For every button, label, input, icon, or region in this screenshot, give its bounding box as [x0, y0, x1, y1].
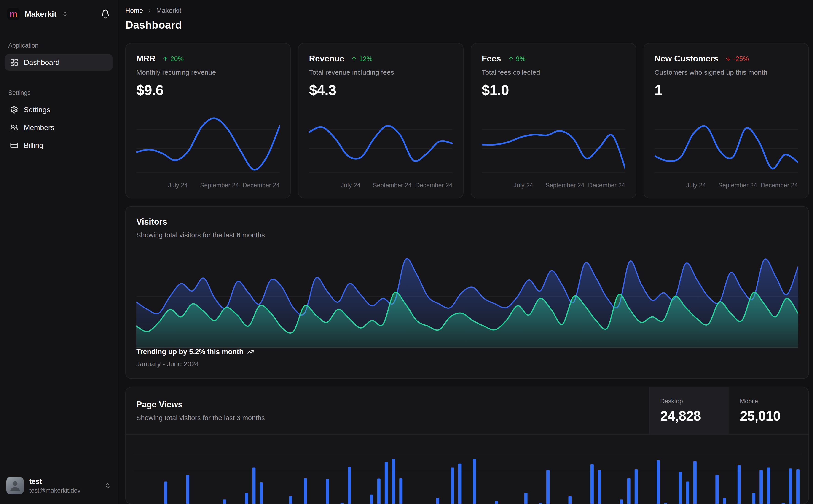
layout-dashboard-icon	[10, 58, 18, 66]
notifications-button[interactable]	[101, 9, 110, 19]
x-tick: September 24	[545, 182, 584, 189]
trend-badge: -25%	[725, 55, 749, 63]
arrow-up-icon	[162, 56, 168, 62]
page-title: Dashboard	[125, 19, 809, 31]
metric-value: $1.0	[482, 82, 625, 98]
bell-icon	[101, 9, 110, 19]
mobile-toggle[interactable]: Mobile 25,010	[729, 387, 808, 434]
sidebar-item-dashboard[interactable]: Dashboard	[5, 54, 112, 71]
x-tick: July 24	[514, 182, 533, 189]
x-tick: September 24	[718, 182, 757, 189]
metric-subtitle: Total revenue including fees	[309, 69, 452, 76]
visitors-footer: Trending up by 5.2% this month January -…	[136, 348, 798, 368]
page-views-card: Page Views Showing total visitors for th…	[125, 387, 809, 504]
visitors-area-chart	[136, 249, 798, 348]
desktop-toggle[interactable]: Desktop 24,828	[649, 387, 729, 434]
sparkline-x-axis: July 24 September 24 December 24	[136, 182, 280, 191]
metric-card-revenue: Revenue 12% Total revenue including fees…	[298, 43, 463, 198]
logo-letter: m	[9, 9, 18, 19]
sparkline-x-axis: July 24 September 24 December 24	[482, 182, 625, 191]
users-icon	[10, 123, 18, 132]
arrow-up-icon	[508, 56, 514, 62]
sidebar: m Makerkit Application Dashboard Setting…	[0, 0, 118, 504]
chevrons-up-down-icon	[62, 11, 68, 17]
trending-up-icon	[247, 348, 254, 355]
page-views-subtitle: Showing total visitors for the last 3 mo…	[136, 414, 639, 422]
x-tick: December 24	[415, 182, 452, 189]
metric-title: Fees	[482, 54, 501, 64]
nav-section-application: Application	[8, 42, 112, 49]
x-tick: July 24	[168, 182, 188, 189]
metric-subtitle: Monthly recurring revenue	[136, 69, 280, 76]
page-views-header: Page Views Showing total visitors for th…	[126, 387, 808, 435]
main-content: Home Makerkit Dashboard MRR 20% Monthly …	[118, 0, 813, 504]
breadcrumb-current: Makerkit	[156, 7, 181, 14]
metric-title: MRR	[136, 54, 155, 64]
sparkline-x-axis: July 24 September 24 December 24	[309, 182, 452, 191]
visitors-subtitle: Showing total visitors for the last 6 mo…	[136, 231, 798, 239]
sidebar-item-settings[interactable]: Settings	[5, 101, 112, 118]
sidebar-item-label: Settings	[24, 106, 50, 114]
desktop-label: Desktop	[660, 398, 718, 405]
metric-subtitle: Customers who signed up this month	[655, 69, 798, 76]
x-tick: December 24	[243, 182, 280, 189]
trend-badge: 12%	[351, 55, 372, 63]
desktop-value: 24,828	[660, 408, 718, 424]
x-tick: December 24	[588, 182, 625, 189]
sidebar-item-members[interactable]: Members	[5, 119, 112, 136]
user-menu[interactable]: test test@makerkit.dev	[5, 475, 112, 496]
sidebar-item-label: Members	[24, 123, 54, 132]
visitors-date-range: January - June 2024	[136, 360, 798, 368]
page-views-chart-area	[126, 435, 808, 504]
user-email: test@makerkit.dev	[29, 487, 80, 494]
sparkline-chart	[309, 111, 452, 178]
breadcrumb-home-link[interactable]: Home	[125, 7, 143, 14]
trend-value: 20%	[170, 55, 183, 63]
page-views-title: Page Views	[136, 400, 639, 409]
arrow-down-icon	[725, 56, 731, 62]
sidebar-item-billing[interactable]: Billing	[5, 137, 112, 154]
sidebar-item-label: Dashboard	[24, 58, 60, 67]
x-tick: July 24	[686, 182, 706, 189]
trend-badge: 9%	[508, 55, 525, 63]
metric-card-new-customers: New Customers -25% Customers who signed …	[644, 43, 809, 198]
user-name: test	[29, 477, 80, 486]
metric-subtitle: Total fees collected	[482, 69, 625, 76]
chevron-right-icon	[146, 8, 152, 14]
user-avatar	[6, 477, 24, 494]
metric-card-mrr: MRR 20% Monthly recurring revenue $9.6 J…	[125, 43, 291, 198]
chevrons-up-down-icon	[104, 482, 111, 489]
metric-value: $9.6	[136, 82, 280, 98]
metric-card-fees: Fees 9% Total fees collected $1.0 July 2…	[471, 43, 636, 198]
trend-value: 9%	[516, 55, 525, 63]
page-views-bar-chart	[133, 437, 802, 504]
page-views-toggle: Desktop 24,828 Mobile 25,010	[649, 387, 808, 434]
sidebar-item-label: Billing	[24, 141, 43, 150]
mobile-value: 25,010	[740, 408, 798, 424]
sidebar-nav: Application Dashboard Settings Settings …	[5, 42, 112, 155]
mobile-label: Mobile	[740, 398, 798, 405]
x-tick: September 24	[373, 182, 412, 189]
sparkline-chart	[655, 111, 798, 178]
trend-badge: 20%	[162, 55, 183, 63]
sparkline-x-axis: July 24 September 24 December 24	[655, 182, 798, 191]
trend-value: -25%	[733, 55, 749, 63]
arrow-up-icon	[351, 56, 357, 62]
metric-value: 1	[655, 82, 798, 98]
visitors-trend-text: Trending up by 5.2% this month	[136, 348, 243, 356]
sparkline-chart	[482, 111, 625, 178]
sparkline-chart	[136, 111, 280, 178]
metric-title: New Customers	[655, 54, 719, 64]
metric-title: Revenue	[309, 54, 344, 64]
visitors-card: Visitors Showing total visitors for the …	[125, 206, 809, 379]
workspace-switcher[interactable]: m Makerkit	[7, 8, 68, 20]
person-silhouette-icon	[8, 479, 22, 493]
trend-value: 12%	[359, 55, 372, 63]
nav-section-settings: Settings	[8, 89, 112, 96]
x-tick: September 24	[200, 182, 239, 189]
metric-value: $4.3	[309, 82, 452, 98]
breadcrumb: Home Makerkit	[125, 7, 809, 14]
x-tick: December 24	[761, 182, 798, 189]
makerkit-logo: m	[7, 8, 20, 20]
credit-card-icon	[10, 141, 18, 149]
